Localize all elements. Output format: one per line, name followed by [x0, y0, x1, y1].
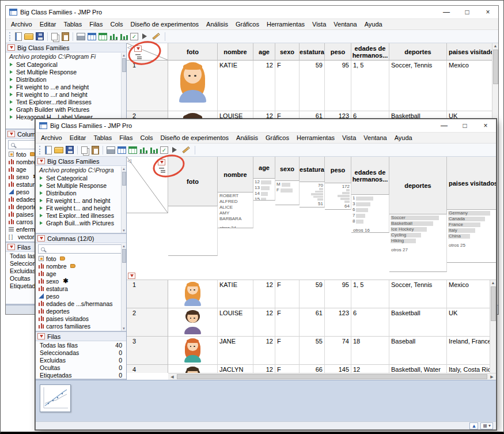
menu-herramientas[interactable]: Herramientas	[297, 134, 335, 141]
data-grid-blue-icon[interactable]	[118, 146, 126, 154]
cell-foto[interactable]	[168, 337, 218, 365]
cell-age[interactable]: 12	[253, 280, 275, 308]
header-age[interactable]: age	[253, 157, 275, 179]
paste-icon[interactable]	[92, 146, 99, 154]
maximize-button[interactable]: □	[454, 119, 475, 132]
maximize-button[interactable]: □	[457, 6, 478, 18]
rows-red-triangle-button[interactable]	[128, 273, 135, 279]
launch-arrow-icon[interactable]	[142, 33, 147, 39]
cell-peso[interactable]: 123	[325, 308, 351, 337]
menu-analisis[interactable]: Análisis	[206, 21, 228, 28]
cell-paises[interactable]: UK	[447, 308, 496, 337]
cell-edades[interactable]: 6	[351, 308, 389, 337]
scrollbar-thumb[interactable]	[122, 172, 126, 186]
cell-peso[interactable]: 145	[325, 365, 351, 373]
cell-deportes[interactable]: Basketball	[389, 308, 447, 337]
script-item[interactable]: Fit weight t... and height	[36, 197, 126, 204]
row-number[interactable]: 1	[127, 61, 168, 111]
column-item-age[interactable]: age	[36, 270, 126, 277]
toolbar-grip[interactable]	[39, 146, 41, 154]
cell-nombre[interactable]: LOUISE	[218, 308, 253, 337]
header-peso[interactable]: peso	[325, 157, 351, 183]
new-journal-icon[interactable]	[45, 146, 52, 154]
cell-deportes[interactable]: Soccer, Tennis	[389, 280, 447, 308]
cell-estatura[interactable]: 61	[300, 308, 325, 337]
table-corner-cell[interactable]	[127, 157, 168, 213]
header-foto[interactable]: foto	[168, 43, 218, 61]
menu-ventana[interactable]: Ventana	[334, 21, 357, 28]
header-sexo[interactable]: sexo	[275, 157, 300, 181]
distribution-bars-icon[interactable]	[109, 33, 118, 40]
script-item[interactable]: Text Explorer...rted illnesses	[6, 98, 126, 105]
row-number[interactable]: 1	[127, 280, 168, 308]
menu-editar[interactable]: Editar	[70, 134, 86, 141]
print-icon[interactable]	[77, 33, 85, 40]
cell-estatura[interactable]: 59	[300, 280, 325, 308]
menu-analisis[interactable]: Análisis	[236, 134, 258, 141]
menu-tablas[interactable]: Tablas	[63, 21, 82, 28]
new-journal-icon[interactable]	[15, 32, 22, 41]
script-item[interactable]: Text Explor...ted illnesses	[36, 212, 126, 219]
header-deportes[interactable]: deportes	[389, 43, 447, 61]
header-sexo[interactable]: sexo	[275, 43, 300, 61]
menu-ayuda[interactable]: Ayuda	[395, 134, 412, 141]
cell-age[interactable]: 12	[253, 337, 275, 365]
menu-herramientas[interactable]: Herramientas	[267, 21, 305, 28]
columns-red-triangle-button[interactable]	[134, 46, 142, 52]
graph-thumbnail[interactable]	[40, 384, 71, 412]
cell-peso[interactable]: 74	[325, 337, 351, 365]
header-estatura[interactable]: estatura	[300, 43, 325, 61]
save-icon[interactable]	[66, 146, 74, 154]
row-number[interactable]: 4	[127, 365, 168, 373]
column-item-carros[interactable]: carros familiares	[36, 322, 126, 330]
scrollbar-thumb[interactable]	[177, 374, 487, 379]
cell-deportes[interactable]: Basketball, Water Skiing, Volleyball	[389, 365, 447, 373]
hierarchy-icon[interactable]	[159, 167, 166, 173]
script-item[interactable]: Graph Builder with Pictures	[6, 105, 126, 113]
vertical-scrollbar[interactable]: ▲	[490, 280, 496, 373]
columns-panel-header[interactable]: Columnas (12/0)	[36, 234, 126, 243]
cell-nombre[interactable]: JACLYN	[218, 365, 253, 373]
column-item-foto[interactable]: foto	[36, 255, 126, 262]
cell-edades[interactable]: 1, 5	[351, 61, 389, 111]
copy-icon[interactable]	[81, 146, 88, 154]
paste-icon[interactable]	[62, 32, 69, 41]
close-button[interactable]: ×	[478, 6, 498, 18]
cell-edades[interactable]: 1, 5	[351, 280, 389, 308]
scrollbar-thumb[interactable]	[491, 286, 496, 321]
red-triangle-button[interactable]	[37, 158, 45, 164]
header-foto[interactable]: foto	[168, 157, 218, 206]
script-item[interactable]: Set Multiple Response	[6, 68, 126, 76]
red-triangle-button[interactable]	[37, 333, 45, 339]
column-item-estatura[interactable]: estatura	[36, 285, 126, 292]
header-nombre[interactable]: nombre	[218, 157, 253, 193]
sidebar-collapse-arrow[interactable]: ◁	[127, 44, 131, 50]
column-item-peso[interactable]: peso	[36, 292, 126, 300]
cell-nombre[interactable]: JANE	[218, 337, 253, 365]
header-edades[interactable]: edades de hermanos...	[351, 43, 389, 61]
cell-sexo[interactable]: F	[275, 365, 300, 373]
launch-arrow-icon[interactable]	[172, 147, 177, 153]
scrollbar-thumb[interactable]	[122, 249, 126, 263]
header-paises[interactable]: paises visitados	[447, 43, 498, 61]
cell-sexo[interactable]: F	[275, 308, 300, 337]
column-item-paises[interactable]: paises visitados	[36, 315, 126, 322]
menu-vista[interactable]: Vista	[312, 21, 326, 28]
menu-archivo[interactable]: Archivo	[11, 21, 32, 28]
cell-foto[interactable]	[168, 308, 218, 337]
cell-age[interactable]: 12	[253, 308, 275, 337]
cell-deportes[interactable]: Baseball	[389, 337, 447, 365]
row-number[interactable]: 3	[127, 337, 168, 365]
title-bar[interactable]: Big Class Families - JMP Pro — □ ×	[6, 6, 498, 18]
menu-filas[interactable]: Filas	[89, 21, 103, 28]
title-bar[interactable]: Big Class Families - JMP Pro — □ ×	[36, 119, 496, 132]
minimize-button[interactable]: —	[436, 6, 457, 18]
data-grid-green-icon[interactable]	[98, 33, 107, 40]
scrollbar-thumb[interactable]	[493, 50, 498, 84]
close-button[interactable]: ×	[475, 119, 496, 132]
panel-scrollbar[interactable]: ▲▼	[121, 167, 126, 233]
header-paises[interactable]: paises visitados	[447, 157, 496, 210]
menu-filas[interactable]: Filas	[119, 134, 132, 141]
table-corner-cell[interactable]	[127, 43, 168, 61]
column-search-box[interactable]	[38, 244, 124, 254]
